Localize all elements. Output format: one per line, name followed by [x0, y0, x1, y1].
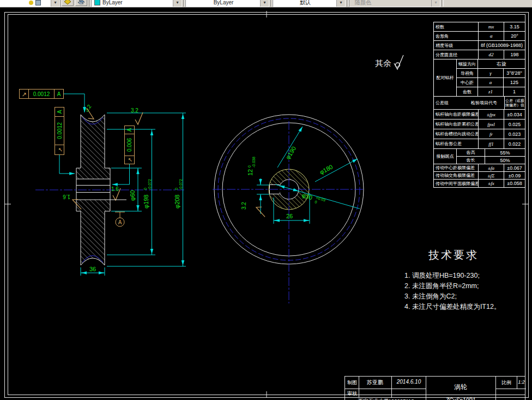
param-label: 蜗杆轴向齿距极限偏差: [434, 110, 479, 119]
roughness-icon: [254, 205, 268, 217]
dim-dia60-text: φ60: [129, 190, 136, 201]
param-symbol: ±fpx: [479, 110, 504, 119]
roughness-icon: [135, 112, 143, 124]
other-roughness-label: 其余: [375, 58, 391, 68]
runout-symbol-icon: ↗: [127, 158, 133, 162]
dim-dia180-text: φ180: [318, 163, 334, 176]
layer-on-icon: [29, 1, 33, 5]
param-label: 传动中间平面极限偏差: [434, 180, 479, 187]
param-label: 传动中心距极限偏差: [434, 164, 479, 171]
param-value: ±0.067: [504, 164, 525, 171]
roughness-any-icon: [394, 55, 403, 69]
tech-req-item: 3. 未注倒角为C2;: [404, 291, 529, 302]
svg-text:φ198: φ198: [143, 195, 149, 209]
part-name: 涡轮: [426, 383, 495, 392]
cad-application-window: ByLayer ByLayer 默认 随颜色: [0, 0, 532, 400]
linetype-combo-arrow[interactable]: [260, 0, 269, 7]
param-symbol: γ: [478, 69, 504, 77]
tech-req-title: 技术要求: [428, 248, 529, 262]
param-symbol: ±fΣ: [479, 172, 504, 179]
lineweight-combo-arrow[interactable]: [336, 0, 345, 7]
make-layer-current-icon: [64, 0, 71, 5]
param-value: 0.022: [504, 139, 525, 148]
section-view: φ60 φ198 0 -0.072 φ208 0 -0.072: [20, 89, 186, 276]
lineweight-combo[interactable]: 默认: [273, 0, 346, 7]
fcf-runout-right: A 0.006 ↗: [112, 126, 135, 185]
scale-label: 比例: [496, 379, 517, 386]
gear-parameter-table: 模数 mx 3.15 齿形角 α 20° 精度等级 8f (GB10089-19…: [433, 22, 525, 188]
table-row-mate: 配对蜗杆 螺旋方向 右旋 导程角 γ 3°8'28" 中心距 a 125 齿数: [434, 59, 525, 97]
param-label: 配对蜗杆: [434, 59, 457, 96]
layer-lock-icon: [35, 0, 41, 5]
param-symbol: fr: [479, 129, 504, 139]
param-value: 0.025: [504, 120, 525, 129]
table-header-row: 公差组 检验项目代号 公差（或极限偏差）值: [434, 97, 525, 110]
lineweight-combo-value: 默认: [300, 0, 311, 7]
param-label: 中心距: [457, 78, 478, 87]
front-view: 12 0 -0.038 3.2 26 φ30 +0.03: [213, 115, 364, 303]
drawing-canvas[interactable]: 其余 φ60 φ198: [0, 8, 532, 400]
header-check-item: 检验项目代号: [471, 100, 497, 106]
header-tolerance-value: 公差（或极限偏差）值: [505, 97, 525, 109]
dim-dia208-text: φ208 0 -0.072: [174, 179, 183, 208]
toolbar-separator: [442, 0, 444, 7]
svg-text:A: A: [57, 110, 63, 114]
table-row: 蜗杆齿形公差 ff1 0.022: [434, 139, 525, 149]
layer-combo-arrow[interactable]: [51, 0, 59, 7]
make-object-layer-current-button[interactable]: [62, 0, 74, 6]
param-value: ±0.058: [504, 180, 525, 187]
param-label: 传动轴交角极限偏差: [434, 172, 479, 179]
table-subrow: 齿高 55%: [457, 149, 525, 157]
param-value: 20°: [504, 32, 525, 40]
tech-req-item: 1. 调质处理HB=190-230;: [404, 271, 529, 281]
drawn-by-label: 制图: [346, 379, 358, 386]
param-value: 0.023: [504, 129, 525, 139]
roughness-3_2-top-text: 3.2: [131, 108, 138, 114]
svg-text:A: A: [57, 91, 61, 97]
param-value: 198: [504, 50, 525, 59]
table-row: 齿形角 α 20°: [434, 32, 525, 41]
plotstyle-combo-arrow[interactable]: [431, 0, 440, 7]
param-label: 齿形角: [434, 32, 479, 40]
param-label: 接触斑点: [434, 149, 457, 164]
layer-manager-button[interactable]: [75, 0, 87, 6]
color-combo-arrow[interactable]: [173, 0, 182, 7]
svg-text:0: 0: [174, 188, 178, 190]
section-hatch-lower: [76, 200, 110, 265]
param-value: 125: [504, 78, 525, 87]
table-row: 精度等级 8f (GB10089-1988): [434, 41, 525, 50]
dim-width26-text: 26: [286, 213, 293, 219]
svg-text:A: A: [126, 128, 132, 132]
svg-text:-0.072: -0.072: [179, 179, 183, 190]
color-combo[interactable]: ByLayer: [91, 0, 182, 7]
param-label: 分度圆直径: [434, 50, 479, 59]
param-label: 齿长: [457, 157, 485, 164]
param-symbol: α: [479, 32, 504, 40]
svg-text:0: 0: [247, 165, 251, 168]
param-symbol: mx: [479, 22, 504, 31]
svg-text:-0.038: -0.038: [252, 157, 256, 168]
table-row: 蜗杆轴向齿距极限偏差 ±fpx ±0.034: [434, 110, 525, 120]
scale-value: 1:2: [517, 379, 525, 385]
param-symbol: fpxl: [479, 120, 504, 129]
dim-width36-text: 36: [89, 266, 96, 272]
color-combo-value: ByLayer: [102, 0, 123, 5]
roughness-3_2-front-text: 3.2: [241, 202, 247, 210]
fcf-runout-top: ↗ 0.0012 A: [20, 89, 85, 113]
layer-combo[interactable]: [0, 0, 60, 7]
drawing-date: 2014.6.10: [392, 379, 425, 385]
roughness-1_6-left-text: 1.6: [63, 194, 70, 200]
param-label: 蜗杆齿形公差: [434, 139, 479, 148]
plotstyle-combo[interactable]: 随颜色: [349, 0, 440, 7]
param-symbol: a: [478, 78, 504, 87]
drawer-name: 苏亚鹏: [359, 379, 391, 386]
checked-by-label: 审核: [346, 390, 358, 397]
datum-a: A: [115, 212, 125, 227]
dim-bore30-text: φ30 +0.03 0: [301, 192, 326, 206]
roughness-1_6-bore-text: 1.6: [111, 186, 119, 192]
table-row: 模数 mx 3.15: [434, 22, 525, 32]
linetype-combo[interactable]: ByLayer: [185, 0, 269, 7]
param-symbol: d2: [479, 50, 504, 59]
svg-text:0.006: 0.006: [126, 138, 132, 152]
param-value: 3°8'28": [504, 69, 525, 77]
